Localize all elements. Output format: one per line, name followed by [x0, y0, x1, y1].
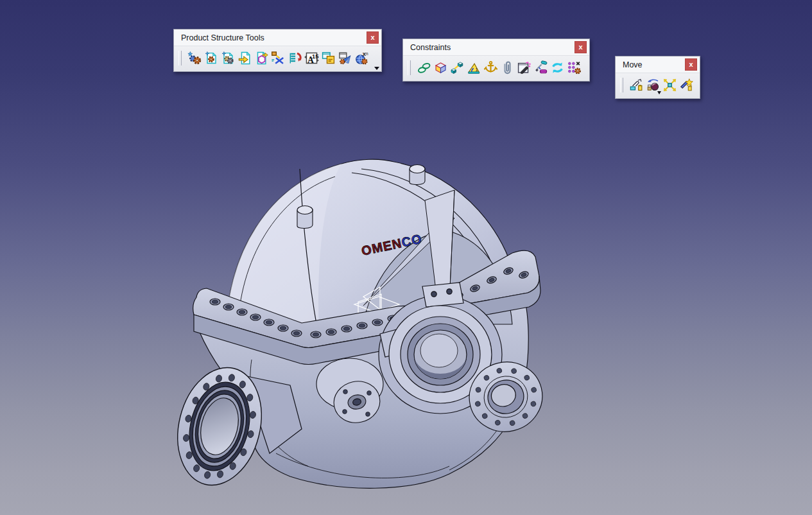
fix-component-icon[interactable]: [482, 59, 499, 76]
component-icon[interactable]: [186, 49, 203, 66]
quick-constraint-icon[interactable]: [515, 59, 532, 76]
coincidence-constraint-icon[interactable]: [415, 59, 432, 76]
product-icon[interactable]: [203, 49, 220, 66]
selective-load-icon[interactable]: [320, 49, 336, 66]
existing-component-icon[interactable]: [236, 49, 253, 66]
move-close-button[interactable]: x: [685, 58, 697, 71]
part-icon[interactable]: [220, 49, 236, 66]
fast-multi-instantiation-icon[interactable]: xn: [353, 49, 370, 66]
contact-constraint-icon[interactable]: [432, 59, 449, 76]
product-structure-tools-titlebar[interactable]: Product Structure Tools x: [174, 30, 381, 46]
toolbar-grip[interactable]: [178, 51, 182, 65]
constraints-close-button[interactable]: x: [574, 41, 587, 53]
product-structure-tools-toolbar: Product Structure Tools x A15xn: [173, 29, 382, 72]
move-toolbar: Move x: [615, 56, 700, 99]
explode-icon[interactable]: [661, 76, 678, 93]
svg-text:n: n: [365, 51, 368, 55]
generate-numbering-icon[interactable]: A15: [303, 49, 320, 66]
svg-text:1: 1: [475, 67, 478, 73]
toolbar-grip[interactable]: [620, 78, 623, 92]
move-titlebar[interactable]: Move x: [616, 57, 700, 73]
offset-constraint-icon[interactable]: [449, 59, 465, 76]
flexible-rigid-subassembly-icon[interactable]: [532, 59, 549, 76]
toolbar-title: Constraints: [410, 43, 574, 52]
reuse-pattern-icon[interactable]: [566, 59, 582, 76]
snap-icon[interactable]: [644, 76, 661, 93]
change-constraint-icon[interactable]: [549, 59, 566, 76]
product-structure-tools-close-button[interactable]: x: [367, 31, 379, 44]
existing-component-positioned-icon[interactable]: [253, 49, 270, 66]
angle-constraint-icon[interactable]: 1: [465, 59, 482, 76]
toolbar-overflow-arrow-icon[interactable]: [374, 67, 379, 70]
svg-text:15: 15: [312, 53, 318, 60]
manage-representations-icon[interactable]: [336, 49, 353, 66]
stop-manipulate-on-clash-icon[interactable]: [678, 76, 695, 93]
fix-together-icon[interactable]: [499, 59, 515, 76]
toolbar-grip[interactable]: [408, 60, 411, 75]
toolbar-title: Product Structure Tools: [181, 33, 367, 42]
replace-component-icon[interactable]: [270, 49, 286, 66]
constraints-titlebar[interactable]: Constraints x: [403, 39, 589, 56]
constraints-toolbar: Constraints x 1: [402, 39, 590, 82]
toolbar-title: Move: [623, 60, 685, 69]
graph-tree-reordering-icon[interactable]: [286, 49, 303, 66]
manipulation-icon[interactable]: [628, 76, 644, 93]
